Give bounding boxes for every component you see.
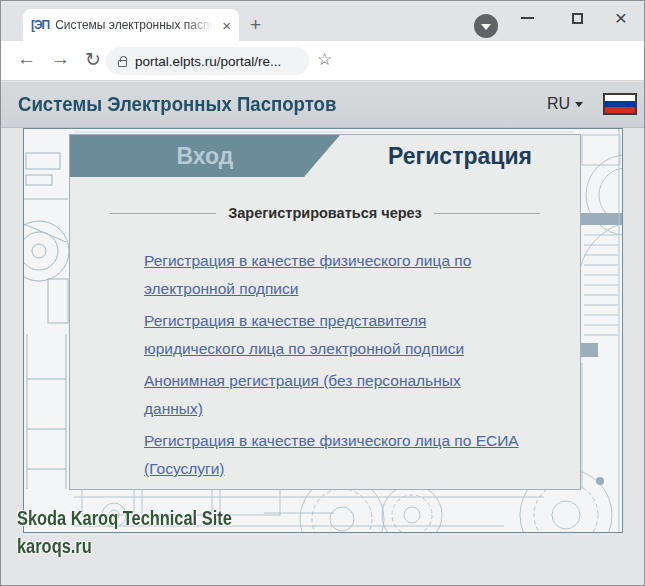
maximize-button[interactable] — [560, 1, 594, 35]
page-title: Системы Электронных Паспортов — [18, 93, 336, 116]
browser-tab-strip: [ЭП Системы электронных паспорто × + × — [1, 1, 644, 41]
site-favicon-icon: [ЭП — [31, 18, 49, 32]
auth-panel: Вход Регистрация Зарегистрироваться чере… — [69, 134, 581, 490]
browser-update-icon[interactable] — [474, 14, 498, 38]
browser-toolbar: ← → ↻ portal.elpts.ru/portal/re... ☆ G n… — [1, 41, 644, 81]
chevron-down-icon — [575, 102, 583, 107]
blueprint-container: Вход Регистрация Зарегистрироваться чере… — [23, 128, 623, 533]
browser-tab[interactable]: [ЭП Системы электронных паспорто × — [23, 9, 239, 41]
tab-registration[interactable]: Регистрация — [340, 135, 580, 177]
watermark-line2: karoqs.ru — [17, 532, 232, 560]
register-via-divider: Зарегистрироваться через — [110, 205, 540, 221]
registration-links: Регистрация в качестве физического лица … — [144, 247, 564, 483]
back-icon[interactable]: ← — [17, 48, 36, 70]
language-label: RU — [547, 95, 570, 113]
auth-tabs: Вход Регистрация — [70, 135, 580, 177]
reload-icon[interactable]: ↻ — [85, 48, 101, 71]
link-individual-esign[interactable]: Регистрация в качестве физического лица … — [144, 247, 564, 303]
bookmark-star-icon[interactable]: ☆ — [317, 49, 332, 70]
page-background: Вход Регистрация Зарегистрироваться чере… — [1, 128, 644, 586]
browser-window: [ЭП Системы электронных паспорто × + × ←… — [0, 0, 645, 586]
minimize-button[interactable] — [510, 1, 544, 35]
watermark: Skoda Karoq Technical Site karoqs.ru — [17, 504, 232, 560]
tab-close-icon[interactable]: × — [222, 18, 231, 33]
site-header: Системы Электронных Паспортов RU — [1, 82, 644, 128]
link-legal-entity-esign[interactable]: Регистрация в качестве представителя юри… — [144, 307, 564, 363]
russia-flag-icon[interactable] — [603, 93, 637, 115]
link-anonymous[interactable]: Анонимная регистрация (без персональных … — [144, 367, 564, 423]
lock-icon — [118, 60, 127, 67]
tab-login[interactable]: Вход — [70, 135, 340, 177]
link-individual-esia[interactable]: Регистрация в качестве физического лица … — [144, 427, 564, 483]
language-selector[interactable]: RU — [547, 95, 583, 113]
tab-title: Системы электронных паспорто — [55, 18, 216, 32]
watermark-line1: Skoda Karoq Technical Site — [17, 504, 232, 532]
chevron-down-icon — [481, 24, 491, 30]
window-close-button[interactable]: × — [604, 1, 638, 35]
register-via-label: Зарегистрироваться через — [228, 205, 422, 221]
forward-icon[interactable]: → — [51, 48, 70, 70]
address-bar[interactable]: portal.elpts.ru/portal/re... — [106, 47, 309, 75]
url-text[interactable]: portal.elpts.ru/portal/re... — [135, 54, 281, 69]
new-tab-button[interactable]: + — [250, 14, 261, 36]
